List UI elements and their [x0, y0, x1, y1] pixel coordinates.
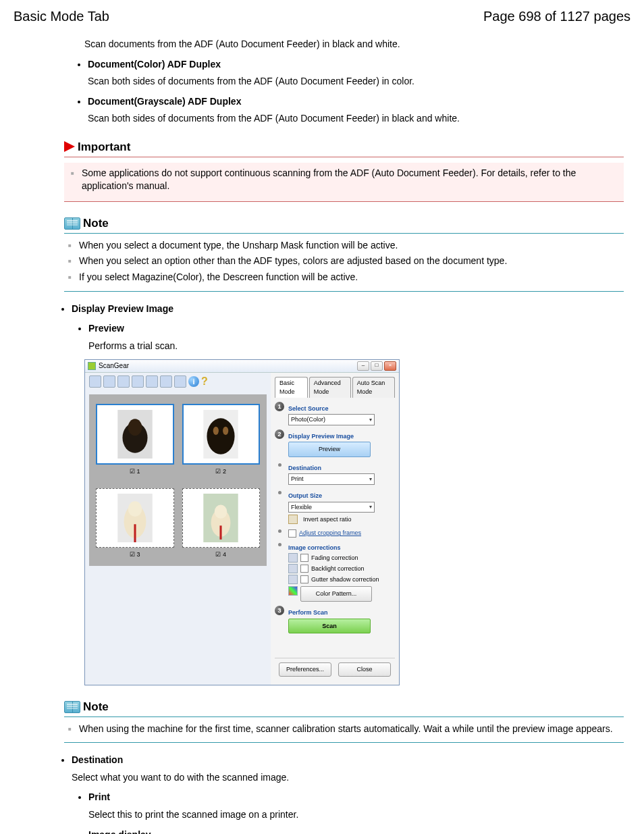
- source-label: Select Source: [288, 405, 395, 413]
- source-select[interactable]: Photo(Color)▾: [288, 414, 375, 425]
- tab-advanced-mode[interactable]: Advanced Mode: [309, 377, 351, 397]
- note-item: If you select Magazine(Color), the Descr…: [79, 271, 624, 284]
- lock-icon[interactable]: [288, 515, 298, 524]
- bullet-icon: [278, 529, 281, 533]
- option-label: Image display: [88, 829, 151, 834]
- toolbar-icon[interactable]: [103, 375, 115, 388]
- invert-aspect-label: Invert aspect ratio: [303, 515, 352, 524]
- bullet-icon: [278, 463, 281, 467]
- page-title: Basic Mode Tab: [14, 7, 109, 26]
- close-icon[interactable]: ×: [384, 361, 396, 371]
- checkbox-icon[interactable]: ☑: [215, 551, 221, 558]
- chevron-down-icon: ▾: [369, 503, 372, 511]
- svg-point-4: [207, 419, 235, 454]
- note-book-icon: [64, 217, 80, 230]
- preview-area: ☑ 1 ☑ 2 ☑ 3: [89, 394, 267, 565]
- note-book-icon: [64, 701, 80, 713]
- thumbnail[interactable]: [182, 488, 261, 548]
- section-heading: Display Preview Image: [72, 303, 173, 314]
- toolbar-icon[interactable]: [160, 375, 172, 388]
- checkbox-icon[interactable]: ☑: [130, 468, 135, 475]
- backlight-icon: [288, 564, 298, 573]
- page-indicator: Page 698 of 1127 pages: [483, 7, 630, 26]
- item-title: Document(Grayscale) ADF Duplex: [88, 96, 241, 107]
- checkbox[interactable]: [300, 565, 308, 573]
- note-heading: Note: [83, 699, 109, 715]
- fading-icon: [288, 553, 298, 563]
- color-pattern-button[interactable]: Color Pattern...: [300, 586, 372, 602]
- thumbnail[interactable]: [182, 404, 261, 465]
- section-heading: Destination: [72, 754, 123, 765]
- window-title: ScanGear: [99, 361, 129, 371]
- toolbar-icon[interactable]: [89, 375, 101, 388]
- toolbar-icon[interactable]: [117, 375, 130, 388]
- item-desc: Scan both sides of documents from the AD…: [88, 112, 624, 126]
- svg-point-5: [213, 427, 219, 435]
- important-flag-icon: [64, 141, 75, 152]
- item-desc: Scan both sides of documents from the AD…: [88, 75, 624, 88]
- checkbox-icon[interactable]: ☑: [130, 551, 135, 558]
- destination-select[interactable]: Print▾: [288, 473, 375, 485]
- help-icon[interactable]: ?: [201, 377, 211, 386]
- item-title: Document(Color) ADF Duplex: [88, 59, 221, 70]
- chevron-down-icon: ▾: [369, 416, 372, 423]
- section-desc: Select what you want to do with the scan…: [72, 771, 624, 785]
- svg-point-9: [128, 501, 142, 517]
- preview-label: Preview: [88, 323, 124, 334]
- toolbar-icon[interactable]: [174, 375, 186, 388]
- step-number: 3: [275, 606, 284, 615]
- chevron-down-icon: ▾: [369, 475, 372, 483]
- preview-section-label: Display Preview Image: [288, 432, 395, 441]
- intro-line: Scan documents from the ADF (Auto Docume…: [84, 38, 624, 51]
- scan-button[interactable]: Scan: [288, 619, 371, 634]
- svg-point-6: [223, 427, 228, 435]
- svg-point-2: [128, 419, 142, 436]
- tab-auto-scan-mode[interactable]: Auto Scan Mode: [352, 377, 395, 397]
- minimize-icon[interactable]: –: [357, 361, 369, 371]
- option-label: Print: [88, 791, 110, 802]
- gutter-icon: [288, 575, 298, 584]
- toolbar-icon[interactable]: [132, 375, 144, 388]
- svg-point-12: [215, 504, 227, 519]
- note-item: When using the machine for the first tim…: [79, 723, 624, 736]
- gutter-label: Gutter shadow correction: [311, 575, 379, 584]
- perform-scan-label: Perform Scan: [288, 608, 395, 617]
- note-item: When you select a document type, the Uns…: [79, 239, 624, 253]
- corrections-label: Image corrections: [288, 544, 395, 552]
- step-number: 1: [275, 402, 284, 411]
- note-heading: Note: [83, 215, 109, 232]
- adjust-cropping-link[interactable]: Adjust cropping frames: [299, 529, 361, 538]
- color-pattern-icon: [288, 586, 298, 596]
- info-icon[interactable]: i: [188, 376, 199, 387]
- output-size-label: Output Size: [288, 492, 395, 500]
- checkbox-icon[interactable]: ☑: [215, 468, 221, 475]
- maximize-icon[interactable]: □: [371, 361, 383, 371]
- thumbnail[interactable]: [96, 488, 174, 548]
- output-size-select[interactable]: Flexible▾: [288, 502, 375, 513]
- bullet-icon: [278, 543, 281, 546]
- destination-label: Destination: [288, 464, 395, 473]
- fading-label: Fading correction: [311, 554, 358, 563]
- checkbox[interactable]: [300, 575, 308, 583]
- preferences-button[interactable]: Preferences...: [279, 662, 331, 677]
- note-item: When you select an option other than the…: [79, 255, 624, 268]
- important-item: Some applications do not support continu…: [82, 167, 621, 193]
- checkbox[interactable]: [288, 529, 296, 538]
- preview-desc: Performs a trial scan.: [88, 340, 624, 353]
- important-heading: Important: [78, 139, 130, 155]
- backlight-label: Backlight correction: [311, 565, 365, 573]
- scangear-window: ScanGear – □ × i ?: [84, 359, 400, 685]
- scan-icon: [88, 362, 96, 370]
- tab-basic-mode[interactable]: Basic Mode: [275, 377, 308, 397]
- toolbar-icon[interactable]: [146, 375, 158, 388]
- checkbox[interactable]: [300, 554, 308, 562]
- close-button[interactable]: Close: [338, 662, 391, 677]
- bullet-icon: [278, 491, 281, 494]
- step-number: 2: [275, 429, 284, 439]
- option-desc: Select this to print the scanned image o…: [88, 808, 624, 822]
- preview-button[interactable]: Preview: [288, 442, 371, 457]
- thumbnail[interactable]: [96, 404, 174, 465]
